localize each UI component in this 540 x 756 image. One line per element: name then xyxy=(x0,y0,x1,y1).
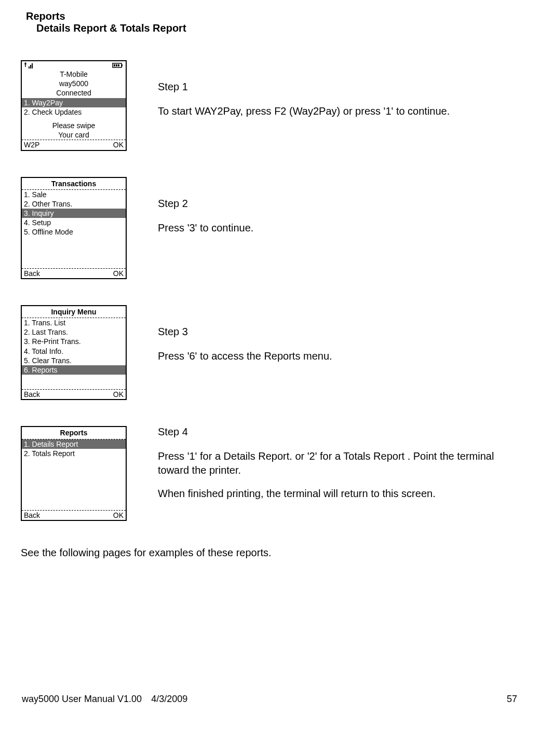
terminal-prompt-line1: Please swipe xyxy=(22,121,126,130)
signal-icon xyxy=(24,62,35,68)
step-3-row: Inquiry Menu 1. Trans. List 2. Last Tran… xyxy=(21,305,519,401)
menu-offline-mode[interactable]: 5. Offline Mode xyxy=(22,227,126,237)
terminal-menu-way2pay[interactable]: 1. Way2Pay xyxy=(22,98,126,107)
terminal-screen-2: Transactions 1. Sale 2. Other Trans. 3. … xyxy=(21,177,127,279)
terminal-title: Reports xyxy=(22,427,126,438)
softkey-right[interactable]: OK xyxy=(113,269,124,278)
step-4-body-2: When finished printing, the terminal wil… xyxy=(158,487,519,501)
menu-clear-trans[interactable]: 5. Clear Trans. xyxy=(22,356,126,365)
step-2-body: Press '3' to continue. xyxy=(158,221,519,235)
step-1-row: T-Mobile way5000 Connected 1. Way2Pay 2.… xyxy=(21,60,519,151)
softkey-left[interactable]: W2P xyxy=(24,140,39,149)
page-footer: way5000 User Manual V1.00 4/3/2009 57 xyxy=(21,694,519,705)
terminal-statusbar xyxy=(22,61,126,70)
menu-reports[interactable]: 6. Reports xyxy=(22,365,126,375)
step-1-body: To start WAY2Pay, press F2 (Way2Pay) or … xyxy=(158,104,519,118)
menu-totals-report[interactable]: 2. Totals Report xyxy=(22,449,126,458)
svg-rect-1 xyxy=(30,65,31,68)
softkey-left[interactable]: Back xyxy=(24,390,40,399)
step-3-label: Step 3 xyxy=(158,326,519,338)
terminal-softkeys: Back OK xyxy=(22,269,126,278)
softkey-left[interactable]: Back xyxy=(24,511,40,520)
terminal-menu-check-updates[interactable]: 2. Check Updates xyxy=(22,107,126,117)
softkey-right[interactable]: OK xyxy=(113,511,124,520)
battery-icon xyxy=(112,62,124,68)
terminal-screen-3: Inquiry Menu 1. Trans. List 2. Last Tran… xyxy=(21,305,127,401)
menu-last-trans[interactable]: 2. Last Trans. xyxy=(22,327,126,337)
step-1-text: Step 1 To start WAY2Pay, press F2 (Way2P… xyxy=(158,60,519,128)
terminal-device: way5000 xyxy=(22,79,126,88)
terminal-prompt-line2: Your card xyxy=(22,130,126,140)
terminal-title: Transactions xyxy=(22,178,126,189)
step-4-label: Step 4 xyxy=(158,426,519,438)
page-header: Reports Details Report & Totals Report xyxy=(26,10,519,34)
step-2-row: Transactions 1. Sale 2. Other Trans. 3. … xyxy=(21,177,519,279)
terminal-title: Inquiry Menu xyxy=(22,306,126,318)
softkey-right[interactable]: OK xyxy=(113,390,124,399)
menu-total-info[interactable]: 4. Total Info. xyxy=(22,347,126,356)
menu-reprint-trans[interactable]: 3. Re-Print Trans. xyxy=(22,337,126,346)
footer-page: 57 xyxy=(507,694,517,705)
terminal-softkeys: W2P OK xyxy=(22,140,126,149)
svg-rect-6 xyxy=(116,64,117,66)
softkey-left[interactable]: Back xyxy=(24,269,40,278)
step-2-text: Step 2 Press '3' to continue. xyxy=(158,177,519,244)
terminal-screen-4: Reports 1. Details Report 2. Totals Repo… xyxy=(21,426,127,521)
svg-rect-0 xyxy=(29,66,30,68)
svg-rect-2 xyxy=(32,63,33,68)
terminal-status: Connected xyxy=(22,88,126,98)
step-1-label: Step 1 xyxy=(158,81,519,93)
page-subtitle: Details Report & Totals Report xyxy=(36,22,519,34)
menu-details-report[interactable]: 1. Details Report xyxy=(22,439,126,449)
svg-rect-7 xyxy=(118,64,119,66)
menu-other-trans[interactable]: 2. Other Trans. xyxy=(22,199,126,209)
terminal-softkeys: Back OK xyxy=(22,390,126,399)
page-title: Reports xyxy=(26,10,519,22)
menu-trans-list[interactable]: 1. Trans. List xyxy=(22,318,126,327)
terminal-screen-1: T-Mobile way5000 Connected 1. Way2Pay 2.… xyxy=(21,60,127,151)
mid-note: See the following pages for examples of … xyxy=(21,547,519,559)
terminal-carrier: T-Mobile xyxy=(22,70,126,79)
step-4-body-1: Press '1' for a Details Report. or '2' f… xyxy=(158,449,519,477)
menu-sale[interactable]: 1. Sale xyxy=(22,190,126,199)
step-3-text: Step 3 Press '6' to access the Reports m… xyxy=(158,305,519,373)
menu-setup[interactable]: 4. Setup xyxy=(22,218,126,227)
footer-date: 4/3/2009 xyxy=(151,694,187,705)
step-4-row: Reports 1. Details Report 2. Totals Repo… xyxy=(21,426,519,521)
svg-rect-4 xyxy=(122,64,123,66)
terminal-softkeys: Back OK xyxy=(22,511,126,520)
footer-manual: way5000 User Manual V1.00 xyxy=(22,694,142,705)
softkey-right[interactable]: OK xyxy=(113,140,124,149)
svg-rect-5 xyxy=(114,64,115,66)
step-3-body: Press '6' to access the Reports menu. xyxy=(158,349,519,363)
step-4-text: Step 4 Press '1' for a Details Report. o… xyxy=(158,426,519,510)
menu-inquiry[interactable]: 3. Inquiry xyxy=(22,209,126,218)
step-2-label: Step 2 xyxy=(158,198,519,210)
